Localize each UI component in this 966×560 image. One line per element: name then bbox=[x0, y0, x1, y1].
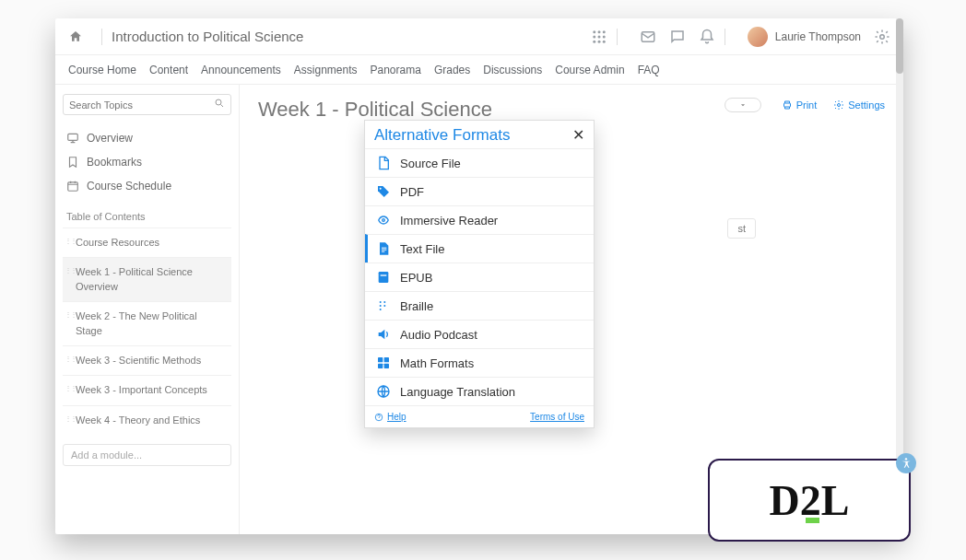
svg-rect-13 bbox=[68, 182, 78, 191]
course-title[interactable]: Introduction to Political Science bbox=[112, 29, 303, 44]
search-icon[interactable] bbox=[214, 98, 225, 111]
terms-link[interactable]: Terms of Use bbox=[530, 412, 584, 422]
search-input[interactable] bbox=[69, 99, 214, 111]
format-braille[interactable]: Braille bbox=[365, 291, 594, 320]
bell-icon[interactable] bbox=[699, 29, 715, 45]
nav-course-admin[interactable]: Course Admin bbox=[555, 64, 624, 76]
globe-icon bbox=[376, 384, 391, 399]
nav-announcements[interactable]: Announcements bbox=[201, 64, 281, 76]
print-label: Print bbox=[796, 99, 818, 111]
svg-point-10 bbox=[880, 34, 885, 39]
mail-icon[interactable] bbox=[640, 29, 656, 45]
svg-rect-19 bbox=[382, 250, 386, 251]
settings-button[interactable]: Settings bbox=[833, 99, 885, 111]
format-pdf[interactable]: PDF bbox=[365, 177, 594, 205]
settings-label: Settings bbox=[848, 99, 885, 111]
home-icon[interactable] bbox=[68, 29, 83, 44]
svg-rect-30 bbox=[378, 364, 383, 368]
logo-d: D bbox=[770, 476, 800, 525]
svg-point-3 bbox=[593, 35, 595, 38]
toc-item-active[interactable]: Week 1 - Political Science Overview bbox=[63, 257, 231, 301]
svg-rect-18 bbox=[382, 248, 386, 249]
format-math[interactable]: Math Formats bbox=[365, 348, 594, 377]
modal-title: Alternative Formats bbox=[374, 126, 510, 145]
nav-assignments[interactable]: Assignments bbox=[294, 64, 358, 76]
svg-rect-21 bbox=[379, 272, 389, 283]
sidebar-overview-label: Overview bbox=[87, 132, 133, 145]
scrollbar-thumb[interactable] bbox=[896, 18, 903, 74]
format-immersive-reader[interactable]: Immersive Reader bbox=[365, 205, 594, 234]
help-link[interactable]: Help bbox=[374, 412, 406, 422]
d2l-logo: D2L bbox=[708, 459, 911, 542]
divider bbox=[724, 29, 725, 45]
sidebar-overview[interactable]: Overview bbox=[63, 126, 231, 150]
svg-point-25 bbox=[380, 309, 382, 310]
nav-content[interactable]: Content bbox=[149, 64, 188, 76]
nav-grades[interactable]: Grades bbox=[434, 64, 470, 76]
format-label: Braille bbox=[400, 299, 433, 313]
toc-heading: Table of Contents bbox=[66, 211, 231, 222]
nav-faq[interactable]: FAQ bbox=[638, 64, 660, 76]
toc-item[interactable]: Week 4 - Theory and Ethics bbox=[63, 405, 231, 435]
svg-point-24 bbox=[380, 305, 382, 307]
braille-icon bbox=[376, 298, 391, 313]
format-label: Language Translation bbox=[400, 385, 515, 399]
sidebar-schedule[interactable]: Course Schedule bbox=[63, 174, 231, 198]
sidebar-bookmarks-label: Bookmarks bbox=[87, 156, 142, 169]
user-name[interactable]: Laurie Thompson bbox=[775, 30, 861, 43]
svg-point-0 bbox=[593, 30, 595, 33]
tag-pill[interactable]: st bbox=[727, 218, 756, 239]
add-module-input[interactable]: Add a module... bbox=[63, 444, 231, 466]
svg-point-8 bbox=[603, 40, 606, 42]
divider bbox=[617, 29, 618, 45]
format-label: Text File bbox=[400, 242, 444, 256]
print-button[interactable]: Print bbox=[782, 99, 818, 111]
svg-point-17 bbox=[383, 219, 385, 222]
svg-rect-22 bbox=[381, 274, 387, 275]
expand-dropdown[interactable] bbox=[724, 98, 761, 112]
search-input-wrapper[interactable] bbox=[63, 94, 231, 115]
close-icon[interactable]: ✕ bbox=[572, 128, 584, 143]
nav-panorama[interactable]: Panorama bbox=[371, 64, 421, 76]
text-file-icon bbox=[376, 241, 391, 256]
toc-item[interactable]: Week 2 - The New Political Stage bbox=[63, 301, 231, 345]
format-label: PDF bbox=[400, 185, 424, 199]
toc-item[interactable]: Course Resources bbox=[63, 228, 231, 257]
format-label: EPUB bbox=[400, 271, 432, 285]
avatar[interactable] bbox=[748, 27, 768, 47]
sidebar-bookmarks[interactable]: Bookmarks bbox=[63, 150, 231, 174]
help-label: Help bbox=[387, 412, 406, 422]
tag-icon bbox=[376, 184, 391, 199]
format-language-translation[interactable]: Language Translation bbox=[365, 377, 594, 405]
svg-rect-29 bbox=[384, 357, 389, 362]
chat-icon[interactable] bbox=[669, 29, 686, 45]
accessibility-icon[interactable] bbox=[896, 453, 916, 473]
apps-icon[interactable] bbox=[591, 29, 607, 45]
svg-point-23 bbox=[380, 301, 382, 303]
logo-2: 2 bbox=[800, 476, 821, 525]
logo-l: L bbox=[821, 476, 850, 525]
svg-point-2 bbox=[603, 30, 606, 33]
svg-rect-31 bbox=[384, 364, 389, 368]
toc-item[interactable]: Week 3 - Important Concepts bbox=[63, 375, 231, 404]
svg-rect-28 bbox=[378, 357, 383, 362]
svg-point-5 bbox=[603, 35, 606, 38]
format-source-file[interactable]: Source File bbox=[365, 148, 594, 177]
format-audio-podcast[interactable]: Audio Podcast bbox=[365, 320, 594, 348]
content-sidebar: Overview Bookmarks Course Schedule Table… bbox=[55, 85, 240, 534]
page-actions: Print Settings bbox=[724, 98, 885, 112]
nav-course-home[interactable]: Course Home bbox=[68, 64, 136, 76]
toc-item[interactable]: Week 3 - Scientific Methods bbox=[63, 345, 231, 375]
svg-rect-14 bbox=[783, 103, 790, 107]
svg-rect-20 bbox=[382, 251, 384, 252]
svg-point-26 bbox=[383, 301, 385, 303]
format-text-file[interactable]: Text File bbox=[365, 234, 594, 262]
top-header: Introduction to Political Science Laurie… bbox=[55, 18, 903, 55]
book-icon bbox=[376, 270, 391, 285]
svg-point-4 bbox=[597, 35, 600, 38]
format-epub[interactable]: EPUB bbox=[365, 262, 594, 291]
format-label: Math Formats bbox=[400, 356, 474, 370]
gear-icon[interactable] bbox=[874, 29, 890, 45]
immersive-icon bbox=[376, 213, 391, 228]
nav-discussions[interactable]: Discussions bbox=[483, 64, 542, 76]
